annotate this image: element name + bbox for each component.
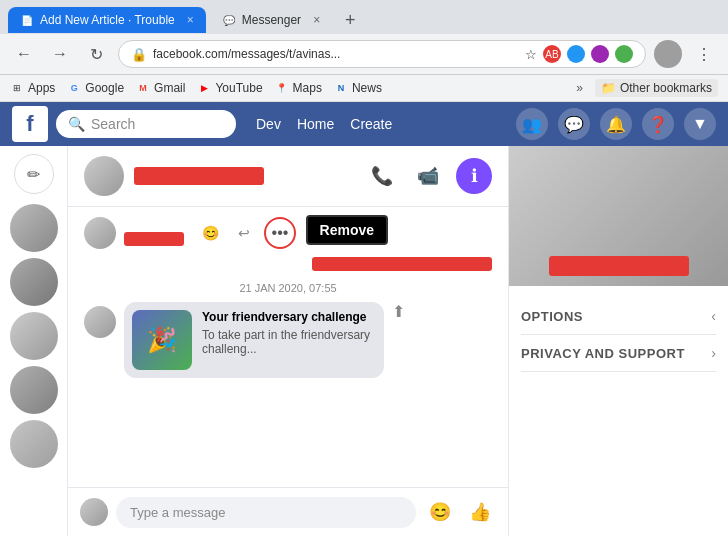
tab-1[interactable]: 📄 Add New Article · Trouble × <box>8 7 206 33</box>
sidebar-contact-1[interactable] <box>10 204 58 252</box>
bookmark-news[interactable]: N News <box>334 81 382 95</box>
message-input-placeholder: Type a message <box>130 505 225 520</box>
fb-search-icon: 🔍 <box>68 116 85 132</box>
phone-call-button[interactable]: 📞 <box>364 158 400 194</box>
bookmark-youtube[interactable]: ▶ YouTube <box>197 81 262 95</box>
message-timestamp: 21 JAN 2020, 07:55 <box>84 282 492 294</box>
profile-button[interactable] <box>654 40 682 68</box>
tab-bar: 📄 Add New Article · Trouble × 💬 Messenge… <box>0 0 728 34</box>
chat-header-name <box>134 167 354 185</box>
fb-nav-icons: 👥 💬 🔔 ❓ ▼ <box>516 108 716 140</box>
sidebar-contact-2[interactable] <box>10 258 58 306</box>
fb-nav-dev[interactable]: Dev <box>256 116 281 132</box>
fb-messenger-icon[interactable]: 💬 <box>558 108 590 140</box>
address-icons: ☆ AB <box>525 45 633 63</box>
menu-button[interactable]: ⋮ <box>690 40 718 68</box>
video-call-button[interactable]: 📹 <box>410 158 446 194</box>
msg-avatar-1 <box>84 217 116 249</box>
compose-button[interactable]: ✏ <box>14 154 54 194</box>
forward-button[interactable]: → <box>46 40 74 68</box>
msg-2-redacted <box>312 257 492 271</box>
bookmark-apps[interactable]: ⊞ Apps <box>10 81 55 95</box>
right-panel: OPTIONS ‹ PRIVACY AND SUPPORT › <box>508 146 728 536</box>
contact-profile-photo <box>509 146 728 286</box>
fb-notifications-icon[interactable]: 🔔 <box>600 108 632 140</box>
fb-nav-links: Dev Home Create <box>256 116 392 132</box>
new-tab-button[interactable]: + <box>336 6 364 34</box>
ext-icon-1 <box>567 45 585 63</box>
ext-icon-3 <box>615 45 633 63</box>
other-bookmarks[interactable]: 📁 Other bookmarks <box>595 79 718 97</box>
tab-2-close[interactable]: × <box>313 13 320 27</box>
other-bookmarks-label: Other bookmarks <box>620 81 712 95</box>
tab-2[interactable]: 💬 Messenger × <box>210 7 332 33</box>
tab-1-favicon: 📄 <box>20 13 34 27</box>
left-sidebar: ✏ <box>0 146 68 536</box>
bookmark-maps[interactable]: 📍 Maps <box>275 81 322 95</box>
message-input[interactable]: Type a message <box>116 497 416 528</box>
fb-friends-icon[interactable]: 👥 <box>516 108 548 140</box>
fb-help-icon[interactable]: ❓ <box>642 108 674 140</box>
friendversary-card[interactable]: 🎉 Your friendversary challenge To take p… <box>124 302 384 378</box>
right-panel-options: OPTIONS ‹ PRIVACY AND SUPPORT › <box>509 286 728 384</box>
privacy-label: PRIVACY AND SUPPORT <box>521 346 685 361</box>
tab-1-label: Add New Article · Trouble <box>40 13 175 27</box>
ext-icon-2 <box>591 45 609 63</box>
address-text: facebook.com/messages/t/avinas... <box>153 47 519 61</box>
main-content: ✏ 📞 📹 ℹ <box>0 146 728 536</box>
bookmark-google[interactable]: G Google <box>67 81 124 95</box>
bookmark-maps-label: Maps <box>293 81 322 95</box>
compose-icon: ✏ <box>27 165 40 184</box>
facebook-logo: f <box>12 106 48 142</box>
fb-nav-home[interactable]: Home <box>297 116 334 132</box>
youtube-favicon: ▶ <box>197 81 211 95</box>
google-favicon: G <box>67 81 81 95</box>
tab-2-favicon: 💬 <box>222 13 236 27</box>
emoji-button[interactable]: 😊 <box>424 496 456 528</box>
contact-name-redacted <box>549 256 689 276</box>
remove-popup[interactable]: Remove <box>306 215 388 245</box>
more-options-button[interactable]: ••• <box>264 217 296 249</box>
info-button[interactable]: ℹ <box>456 158 492 194</box>
chat-messages: Remove 😊 ↩ ••• 21 J <box>68 207 508 487</box>
fv-content: Your friendversary challenge To take par… <box>202 310 376 356</box>
sidebar-contact-5[interactable] <box>10 420 58 468</box>
share-button[interactable]: ⬆ <box>392 302 405 321</box>
fv-title: Your friendversary challenge <box>202 310 376 324</box>
tab-1-close[interactable]: × <box>187 13 194 27</box>
bookmarks-more-button[interactable]: » <box>576 81 583 95</box>
chat-header-avatar <box>84 156 124 196</box>
bookmark-youtube-label: YouTube <box>215 81 262 95</box>
address-box[interactable]: 🔒 facebook.com/messages/t/avinas... ☆ AB <box>118 40 646 68</box>
fb-search-input[interactable]: Search <box>91 116 135 132</box>
reload-button[interactable]: ↻ <box>82 40 110 68</box>
bookmark-gmail[interactable]: M Gmail <box>136 81 185 95</box>
emoji-react-button[interactable]: 😊 <box>196 219 224 247</box>
fv-sender-avatar <box>84 306 116 338</box>
fb-account-icon[interactable]: ▼ <box>684 108 716 140</box>
options-label: OPTIONS <box>521 309 583 324</box>
friendversary-row: 🎉 Your friendversary challenge To take p… <box>84 302 492 378</box>
sidebar-contact-3[interactable] <box>10 312 58 360</box>
bookmark-apps-label: Apps <box>28 81 55 95</box>
bookmark-news-label: News <box>352 81 382 95</box>
like-button[interactable]: 👍 <box>464 496 496 528</box>
options-row[interactable]: OPTIONS ‹ <box>521 298 716 335</box>
maps-favicon: 📍 <box>275 81 289 95</box>
privacy-chevron-icon: › <box>711 345 716 361</box>
sidebar-contact-4[interactable] <box>10 366 58 414</box>
apps-favicon: ⊞ <box>10 81 24 95</box>
facebook-navbar: f 🔍 Search Dev Home Create 👥 💬 🔔 ❓ ▼ <box>0 102 728 146</box>
star-icon[interactable]: ☆ <box>525 47 537 62</box>
chat-header: 📞 📹 ℹ <box>68 146 508 207</box>
fb-nav-create[interactable]: Create <box>350 116 392 132</box>
gmail-favicon: M <box>136 81 150 95</box>
msg-2-content <box>312 257 492 274</box>
reply-button[interactable]: ↩ <box>230 219 258 247</box>
back-button[interactable]: ← <box>10 40 38 68</box>
message-row-2 <box>84 257 492 274</box>
address-bar-row: ← → ↻ 🔒 facebook.com/messages/t/avinas..… <box>0 34 728 75</box>
bookmark-google-label: Google <box>85 81 124 95</box>
privacy-row[interactable]: PRIVACY AND SUPPORT › <box>521 335 716 372</box>
facebook-search-box[interactable]: 🔍 Search <box>56 110 236 138</box>
